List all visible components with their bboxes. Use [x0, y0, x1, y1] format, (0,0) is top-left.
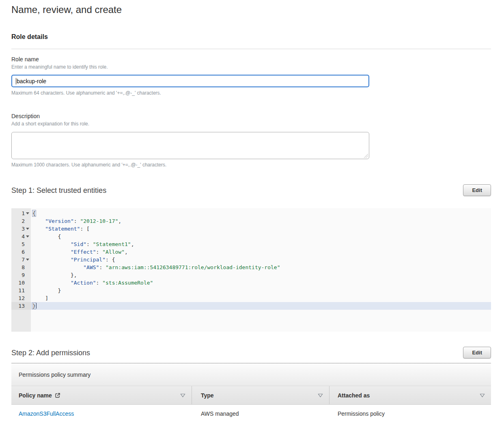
line-number: 10 — [11, 279, 31, 287]
code-line[interactable]: 2 "Version": "2012-10-17", — [11, 217, 491, 225]
content: Name, review, and create Role details Ro… — [0, 0, 504, 421]
code-text: "Version": "2012-10-17", — [31, 217, 491, 225]
line-number: 11 — [11, 287, 31, 294]
step1-heading: Step 1: Select trusted entities — [11, 186, 106, 195]
line-number: 8 — [11, 263, 31, 271]
line-number: 5 — [11, 240, 31, 248]
code-text: "AWS": "arn:aws:iam::541263489771:role/w… — [31, 263, 491, 271]
column-header-attached-as[interactable]: Attached as — [330, 386, 491, 404]
external-link-icon — [55, 393, 60, 398]
code-text: ] — [31, 294, 491, 302]
description-help: Add a short explanation for this role. — [11, 121, 491, 127]
sort-triangle-icon[interactable] — [318, 393, 323, 397]
description-textarea[interactable] — [11, 132, 369, 159]
code-text: } — [31, 287, 491, 294]
code-text: { — [31, 209, 491, 217]
divider — [11, 49, 491, 49]
policy-type-cell: AWS managed — [192, 410, 330, 417]
page: Name, review, and create Role details Ro… — [0, 0, 504, 421]
permissions-panel-heading: Permissions policy summary — [11, 363, 491, 386]
line-number: 3 — [11, 225, 31, 233]
code-text: "Effect": "Allow", — [31, 248, 491, 256]
fold-arrow-icon[interactable] — [26, 212, 29, 214]
sort-triangle-icon[interactable] — [480, 393, 485, 397]
code-text: "Principal": { — [31, 256, 491, 263]
sort-triangle-icon[interactable] — [180, 393, 185, 397]
code-lines: 1{2 "Version": "2012-10-17",3 "Statement… — [11, 209, 491, 310]
code-text: "Sid": "Statement1", — [31, 240, 491, 248]
code-line[interactable]: 11 } — [11, 287, 491, 294]
line-number: 6 — [11, 248, 31, 256]
role-name-value: backup-role — [17, 78, 46, 84]
permissions-panel: Permissions policy summary Policy name — [11, 363, 491, 421]
line-number: 2 — [11, 217, 31, 225]
code-line[interactable]: 4 { — [11, 233, 491, 240]
fold-arrow-icon[interactable] — [26, 235, 29, 237]
column-label: Attached as — [338, 392, 370, 399]
code-text: } — [31, 302, 491, 310]
role-name-hint: Maximum 64 characters. Use alphanumeric … — [11, 90, 491, 96]
line-number: 4 — [11, 233, 31, 240]
role-name-help: Enter a meaningful name to identify this… — [11, 64, 491, 70]
attached-as-cell: Permissions policy — [330, 410, 491, 417]
code-line[interactable]: 3 "Statement": [ — [11, 225, 491, 233]
text-caret — [16, 78, 16, 84]
step1-edit-button[interactable]: Edit — [463, 184, 491, 196]
table-body: AmazonS3FullAccessAWS managedPermissions… — [11, 405, 491, 421]
code-line[interactable]: 8 "AWS": "arn:aws:iam::541263489771:role… — [11, 263, 491, 271]
description-label: Description — [11, 113, 491, 120]
code-line[interactable]: 1{ — [11, 209, 491, 217]
policy-name-link[interactable]: AmazonS3FullAccess — [19, 410, 74, 417]
table-row: AmazonS3FullAccessAWS managedPermissions… — [11, 405, 491, 421]
code-line[interactable]: 13} — [11, 302, 491, 310]
line-number: 1 — [11, 209, 31, 217]
code-line[interactable]: 9 }, — [11, 271, 491, 279]
code-line[interactable]: 7 "Principal": { — [11, 256, 491, 263]
resize-handle[interactable] — [364, 154, 368, 158]
step1-row: Step 1: Select trusted entities Edit — [11, 184, 491, 196]
column-label: Policy name — [19, 392, 52, 399]
column-label: Type — [201, 392, 214, 399]
column-header-policy-name[interactable]: Policy name — [11, 386, 192, 404]
role-name-label: Role name — [11, 56, 491, 63]
fold-arrow-icon[interactable] — [26, 259, 29, 261]
line-number: 9 — [11, 271, 31, 279]
line-number: 7 — [11, 256, 31, 263]
code-text: "Statement": [ — [31, 225, 491, 233]
line-number: 12 — [11, 294, 31, 302]
table-header: Policy name Type — [11, 386, 491, 405]
role-name-input[interactable]: backup-role — [11, 75, 369, 87]
code-text: }, — [31, 271, 491, 279]
line-number: 13 — [11, 302, 31, 310]
step2-row: Step 2: Add permissions Edit — [11, 347, 491, 358]
code-text: { — [31, 233, 491, 240]
page-title: Name, review, and create — [11, 0, 491, 16]
column-header-type[interactable]: Type — [192, 386, 330, 404]
code-line[interactable]: 10 "Action": "sts:AssumeRole" — [11, 279, 491, 287]
editor-caret — [36, 303, 37, 309]
fold-arrow-icon[interactable] — [26, 228, 29, 230]
code-line[interactable]: 5 "Sid": "Statement1", — [11, 240, 491, 248]
role-details-heading: Role details — [11, 33, 491, 41]
code-line[interactable]: 6 "Effect": "Allow", — [11, 248, 491, 256]
step2-edit-button[interactable]: Edit — [463, 347, 491, 358]
description-hint: Maximum 1000 characters. Use alphanumeri… — [11, 162, 491, 168]
code-text: "Action": "sts:AssumeRole" — [31, 279, 491, 287]
code-line[interactable]: 12 ] — [11, 294, 491, 302]
trust-policy-editor[interactable]: 1{2 "Version": "2012-10-17",3 "Statement… — [11, 208, 491, 332]
step2-heading: Step 2: Add permissions — [11, 348, 90, 357]
